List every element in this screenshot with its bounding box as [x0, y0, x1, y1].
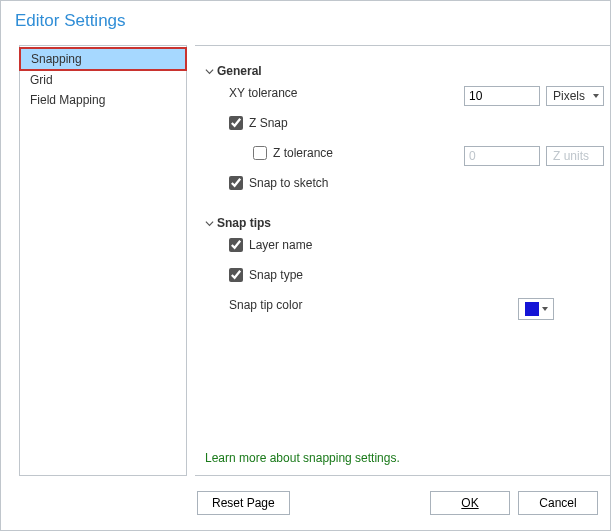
sidebar-item-label: Grid [30, 73, 53, 87]
sidebar: Snapping Grid Field Mapping [19, 45, 187, 476]
z-snap-checkbox[interactable] [229, 116, 243, 130]
xy-tolerance-units-select[interactable]: Pixels [546, 86, 604, 106]
chevron-down-icon [205, 67, 215, 76]
color-swatch [525, 302, 539, 316]
dialog-title: Editor Settings [1, 1, 610, 39]
sidebar-item-label: Field Mapping [30, 93, 105, 107]
snap-to-sketch-checkbox-label[interactable]: Snap to sketch [229, 176, 604, 190]
z-tolerance-text: Z tolerance [273, 146, 333, 160]
select-value: Z units [553, 149, 589, 163]
editor-settings-dialog: Editor Settings Snapping Grid Field Mapp… [0, 0, 611, 531]
xy-tolerance-input[interactable] [464, 86, 540, 106]
layer-name-checkbox-label[interactable]: Layer name [229, 238, 604, 252]
chevron-down-icon [205, 219, 215, 228]
row-layer-name: Layer name [205, 238, 604, 260]
z-tolerance-units-select: Z units [546, 146, 604, 166]
section-header-general[interactable]: General [205, 64, 604, 78]
xy-tolerance-label: XY tolerance [229, 86, 298, 100]
layer-name-checkbox[interactable] [229, 238, 243, 252]
snap-type-checkbox-label[interactable]: Snap type [229, 268, 604, 282]
sidebar-item-field-mapping[interactable]: Field Mapping [20, 90, 186, 110]
z-snap-checkbox-label[interactable]: Z Snap [229, 116, 604, 130]
snap-to-sketch-text: Snap to sketch [249, 176, 328, 190]
snap-tip-color-label: Snap tip color [229, 298, 302, 312]
z-snap-text: Z Snap [249, 116, 288, 130]
dialog-footer: Reset Page OK Cancel [1, 476, 610, 530]
row-z-tolerance: Z tolerance Z units [205, 146, 604, 168]
settings-panel: General XY tolerance Pixels [195, 45, 610, 476]
row-snap-type: Snap type [205, 268, 604, 290]
dropdown-icon [542, 306, 548, 312]
z-tolerance-input [464, 146, 540, 166]
snap-type-checkbox[interactable] [229, 268, 243, 282]
row-snap-tip-color: Snap tip color [205, 298, 604, 320]
ok-button[interactable]: OK [430, 491, 510, 515]
sidebar-item-snapping[interactable]: Snapping [19, 47, 187, 71]
sidebar-item-grid[interactable]: Grid [20, 70, 186, 90]
section-label: Snap tips [217, 216, 271, 230]
row-xy-tolerance: XY tolerance Pixels [205, 86, 604, 108]
z-tolerance-checkbox[interactable] [253, 146, 267, 160]
row-snap-to-sketch: Snap to sketch [205, 176, 604, 198]
learn-more-link[interactable]: Learn more about snapping settings. [205, 451, 400, 465]
reset-page-button[interactable]: Reset Page [197, 491, 290, 515]
row-z-snap: Z Snap [205, 116, 604, 138]
sidebar-item-label: Snapping [31, 52, 82, 66]
snap-tip-color-picker[interactable] [518, 298, 554, 320]
cancel-button[interactable]: Cancel [518, 491, 598, 515]
dialog-body: Snapping Grid Field Mapping General XY t… [19, 45, 610, 476]
select-value: Pixels [553, 89, 585, 103]
snap-to-sketch-checkbox[interactable] [229, 176, 243, 190]
layer-name-text: Layer name [249, 238, 312, 252]
section-label: General [217, 64, 262, 78]
dropdown-icon [593, 93, 599, 99]
section-header-snap-tips[interactable]: Snap tips [205, 216, 604, 230]
snap-type-text: Snap type [249, 268, 303, 282]
